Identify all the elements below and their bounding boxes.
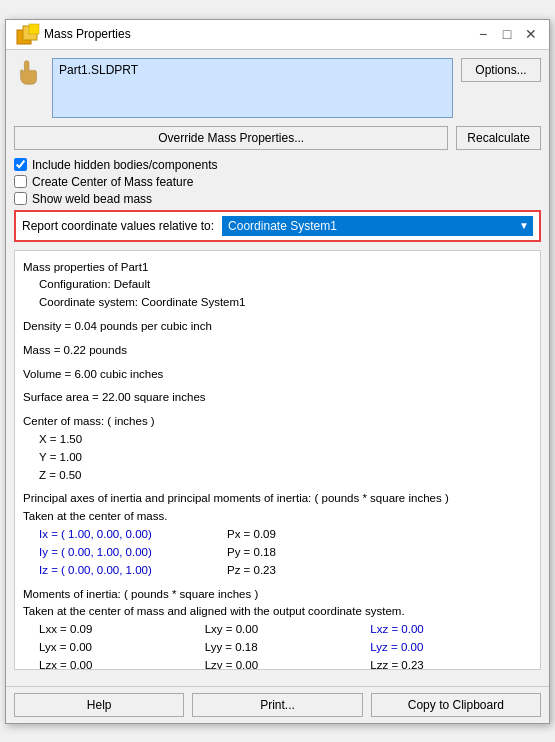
iy-row: Iy = ( 0.00, 1.00, 0.00) xyxy=(39,544,219,562)
lzy: Lzy = 0.00 xyxy=(205,657,367,670)
minimize-button[interactable]: − xyxy=(473,24,493,44)
principal-subheader: Taken at the center of mass. xyxy=(23,508,532,526)
principal-grid: Ix = ( 1.00, 0.00, 0.00) Px = 0.09 Iy = … xyxy=(23,526,532,579)
lyy: Lyy = 0.18 xyxy=(205,639,367,657)
principal-header: Principal axes of inertia and principal … xyxy=(23,490,532,508)
moi1-subheader: Taken at the center of mass and aligned … xyxy=(23,603,532,621)
weld-bead-checkbox[interactable] xyxy=(14,192,27,205)
moi1-grid: Lxx = 0.09 Lxy = 0.00 Lxz = 0.00 Lyx = 0… xyxy=(23,621,532,669)
com-z: Z = 0.50 xyxy=(23,467,532,485)
results-config: Configuration: Default xyxy=(23,276,532,294)
app-icon xyxy=(14,21,44,51)
coordinate-label: Report coordinate values relative to: xyxy=(22,219,214,233)
window-title: Mass Properties xyxy=(44,27,473,41)
copy-button[interactable]: Copy to Clipboard xyxy=(371,693,541,717)
override-button[interactable]: Override Mass Properties... xyxy=(14,126,448,150)
results-coord-system: Coordinate system: Coordinate System1 xyxy=(23,294,532,312)
help-button[interactable]: Help xyxy=(14,693,184,717)
volume-line: Volume = 6.00 cubic inches xyxy=(23,366,532,384)
com-header: Center of mass: ( inches ) xyxy=(23,413,532,431)
main-content: Part1.SLDPRT Options... Override Mass Pr… xyxy=(6,50,549,686)
results-header: Mass properties of Part1 xyxy=(23,259,532,277)
action-buttons-row: Override Mass Properties... Recalculate xyxy=(14,126,541,150)
lzx: Lzx = 0.00 xyxy=(39,657,201,670)
hidden-bodies-checkbox[interactable] xyxy=(14,158,27,171)
surface-area-line: Surface area = 22.00 square inches xyxy=(23,389,532,407)
options-button[interactable]: Options... xyxy=(461,58,541,82)
lyx: Lyx = 0.00 xyxy=(39,639,201,657)
lyz: Lyz = 0.00 xyxy=(370,639,532,657)
options-btn-container: Options... xyxy=(461,58,541,82)
maximize-button[interactable]: □ xyxy=(497,24,517,44)
hidden-bodies-label[interactable]: Include hidden bodies/components xyxy=(32,158,217,172)
lxz: Lxz = 0.00 xyxy=(370,621,532,639)
center-of-mass-row: Create Center of Mass feature xyxy=(14,175,541,189)
recalculate-button[interactable]: Recalculate xyxy=(456,126,541,150)
moi1-header: Moments of inertia: ( pounds * square in… xyxy=(23,586,532,604)
mass-properties-window: Mass Properties − □ ✕ Part1.SLDPRT Optio… xyxy=(5,19,550,724)
iz-row: Iz = ( 0.00, 0.00, 1.00) xyxy=(39,562,219,580)
lzz: Lzz = 0.23 xyxy=(370,657,532,670)
com-x: X = 1.50 xyxy=(23,431,532,449)
com-y: Y = 1.00 xyxy=(23,449,532,467)
part-name-box: Part1.SLDPRT xyxy=(52,58,453,118)
window-controls: − □ ✕ xyxy=(473,24,541,44)
bottom-bar: Help Print... Copy to Clipboard xyxy=(6,686,549,723)
py-val: Py = 0.18 xyxy=(227,544,532,562)
density-line: Density = 0.04 pounds per cubic inch xyxy=(23,318,532,336)
coordinate-dropdown-wrapper[interactable]: Coordinate System1 Default ▼ xyxy=(222,216,533,236)
coordinate-select[interactable]: Coordinate System1 Default xyxy=(222,216,533,236)
hidden-bodies-row: Include hidden bodies/components xyxy=(14,158,541,172)
results-panel: Mass properties of Part1 Configuration: … xyxy=(14,250,541,670)
center-of-mass-checkbox[interactable] xyxy=(14,175,27,188)
mass-line: Mass = 0.22 pounds xyxy=(23,342,532,360)
svg-rect-2 xyxy=(29,24,39,34)
print-button[interactable]: Print... xyxy=(192,693,362,717)
close-button[interactable]: ✕ xyxy=(521,24,541,44)
lxx: Lxx = 0.09 xyxy=(39,621,201,639)
coordinate-row: Report coordinate values relative to: Co… xyxy=(14,210,541,242)
ix-row: Ix = ( 1.00, 0.00, 0.00) xyxy=(39,526,219,544)
part-icon xyxy=(14,58,44,88)
weld-bead-label[interactable]: Show weld bead mass xyxy=(32,192,152,206)
checkboxes-section: Include hidden bodies/components Create … xyxy=(14,158,541,206)
px-val: Px = 0.09 xyxy=(227,526,532,544)
pz-val: Pz = 0.23 xyxy=(227,562,532,580)
weld-bead-row: Show weld bead mass xyxy=(14,192,541,206)
lxy: Lxy = 0.00 xyxy=(205,621,367,639)
center-of-mass-label[interactable]: Create Center of Mass feature xyxy=(32,175,193,189)
titlebar: Mass Properties − □ ✕ xyxy=(6,20,549,50)
top-section: Part1.SLDPRT Options... xyxy=(14,58,541,118)
part-name: Part1.SLDPRT xyxy=(59,63,138,77)
